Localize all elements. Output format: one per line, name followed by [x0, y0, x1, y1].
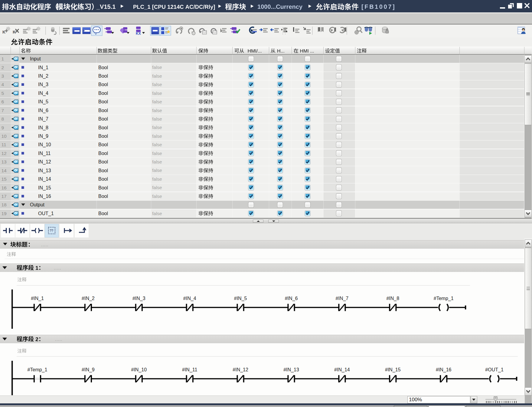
svg-text:??: ??	[50, 229, 53, 232]
svg-text:K: K	[13, 30, 16, 34]
svg-text:KX: KX	[136, 31, 141, 36]
svg-text:K: K	[2, 30, 5, 34]
